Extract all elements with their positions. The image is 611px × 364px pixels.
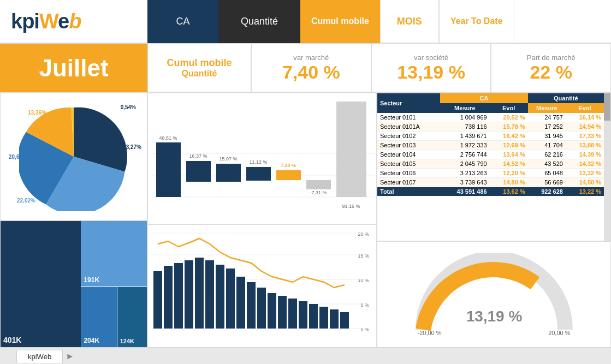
summary-cumul: Cumul mobile Quantité bbox=[147, 44, 251, 92]
part-marche-value: 22 % bbox=[530, 62, 572, 83]
svg-rect-36 bbox=[247, 282, 256, 329]
var-societe-value: 13,19 % bbox=[397, 62, 465, 83]
gauge-max: 20,00 % bbox=[548, 330, 570, 336]
data-table: Secteur CA Quantité Mesure Evol Mesure E… bbox=[377, 93, 604, 196]
th-secteur: Secteur bbox=[377, 93, 440, 113]
summary-month: Juillet bbox=[0, 44, 147, 92]
svg-rect-45 bbox=[340, 312, 349, 329]
svg-rect-39 bbox=[278, 296, 287, 329]
svg-rect-37 bbox=[257, 288, 266, 329]
cumul-title: Cumul mobile bbox=[167, 57, 232, 69]
th-qty-evol: Evol bbox=[566, 103, 604, 113]
scrollbar-track[interactable] bbox=[604, 93, 610, 241]
svg-rect-32 bbox=[205, 260, 214, 329]
table-row: Secteur 0103 1 972 333 12,69 % 41 704 13… bbox=[377, 141, 604, 150]
stat-part-marche: Part de marché 22 % bbox=[491, 44, 611, 92]
svg-rect-3 bbox=[156, 142, 181, 197]
tab-ytd[interactable]: Year To Date bbox=[439, 0, 514, 43]
th-ca-evol: Evol bbox=[490, 103, 528, 113]
svg-rect-28 bbox=[164, 266, 173, 329]
part-marche-label: Part de marché bbox=[527, 53, 576, 62]
svg-rect-30 bbox=[185, 260, 193, 329]
svg-rect-27 bbox=[153, 271, 162, 329]
svg-text:20 %: 20 % bbox=[358, 231, 369, 237]
svg-rect-11 bbox=[276, 170, 301, 180]
treemap-cell-191k: 191K bbox=[84, 276, 99, 284]
table-row: Secteur 0102 1 439 671 16,42 % 31 945 17… bbox=[377, 132, 604, 141]
logo-text: kpiWeb bbox=[11, 10, 81, 33]
svg-text:48,51 %: 48,51 % bbox=[159, 135, 177, 141]
logo: kpiWeb bbox=[0, 4, 147, 39]
sheet-tab-kpiweb[interactable]: kpiWeb bbox=[16, 350, 63, 363]
var-marche-label: var marché bbox=[293, 53, 329, 62]
svg-rect-42 bbox=[309, 304, 318, 329]
svg-text:91,16 %: 91,16 % bbox=[342, 204, 360, 209]
gauge-chart: 13,19 % -20,00 % 20,00 % bbox=[377, 241, 611, 348]
svg-text:11,12 %: 11,12 % bbox=[249, 159, 267, 165]
svg-rect-41 bbox=[299, 301, 307, 329]
svg-text:15 %: 15 % bbox=[358, 253, 369, 259]
table-total-row: Total 43 591 486 13,62 % 922 628 13,22 % bbox=[377, 187, 604, 196]
treemap-cell-124k: 124K bbox=[120, 338, 134, 344]
gauge-min: -20,00 % bbox=[418, 330, 442, 336]
center-column: 48,51 % 16,37 % 15,07 % 11,12 % 7,40 % bbox=[147, 93, 377, 348]
tab-quantite[interactable]: Quantité bbox=[218, 0, 300, 43]
summary-row: Juillet Cumul mobile Quantité var marché… bbox=[0, 44, 611, 93]
treemap-cell-401k: 401K bbox=[3, 336, 21, 344]
svg-rect-43 bbox=[319, 307, 328, 329]
month-label: Juillet bbox=[39, 55, 108, 82]
svg-rect-7 bbox=[216, 164, 241, 182]
charts-area: 0,54% 13,36% 20,65% 22,02% 43,27% 401K 1… bbox=[0, 93, 611, 348]
stat-var-marche: var marché 7,40 % bbox=[251, 44, 371, 92]
svg-rect-29 bbox=[174, 263, 183, 329]
tab-cumul[interactable]: Cumul mobile bbox=[300, 0, 380, 43]
treemap-cell-204k: 204K bbox=[84, 337, 99, 344]
treemap-chart: 401K 191K 204K 124K bbox=[0, 220, 147, 348]
stat-var-societe: var société 13,19 % bbox=[371, 44, 491, 92]
table-row: Secteur 0105 2 045 790 14,52 % 43 520 14… bbox=[377, 159, 604, 169]
svg-rect-44 bbox=[330, 309, 339, 329]
table-row: Secteur 0101 1 004 969 20,52 % 24 757 16… bbox=[377, 113, 604, 122]
data-table-container: Secteur CA Quantité Mesure Evol Mesure E… bbox=[377, 93, 611, 241]
svg-text:7,40 %: 7,40 % bbox=[281, 163, 296, 168]
table-row: Secteur 0106 3 213 263 12,20 % 65 048 13… bbox=[377, 169, 604, 178]
svg-text:13,19 %: 13,19 % bbox=[466, 308, 522, 325]
svg-rect-38 bbox=[268, 293, 276, 329]
svg-rect-34 bbox=[226, 268, 235, 329]
line-chart: 20 % 15 % 10 % 5 % 0 % bbox=[147, 224, 377, 348]
var-marche-value: 7,40 % bbox=[282, 62, 340, 83]
svg-rect-13 bbox=[306, 180, 331, 189]
th-qty-mesure: Mesure bbox=[528, 103, 566, 113]
svg-text:5 %: 5 % bbox=[360, 302, 369, 308]
svg-text:10 %: 10 % bbox=[358, 278, 369, 283]
bottom-tab-bar: kpiWeb ► bbox=[0, 348, 611, 364]
svg-rect-35 bbox=[236, 277, 245, 329]
th-qty: Quantité bbox=[528, 93, 604, 103]
th-ca: CA bbox=[440, 93, 528, 103]
table-row: Secteur 0107 3 739 643 14,80 % 56 669 14… bbox=[377, 178, 604, 187]
svg-text:15,07 %: 15,07 % bbox=[219, 156, 237, 162]
tab-ca[interactable]: CA bbox=[147, 0, 218, 43]
header: kpiWeb CA Quantité Cumul mobile MOIS Yea… bbox=[0, 0, 611, 44]
th-ca-mesure: Mesure bbox=[440, 103, 489, 113]
cumul-sub: Quantité bbox=[182, 69, 217, 79]
table-row: Secteur 0104 2 756 744 13,64 % 62 216 14… bbox=[377, 150, 604, 159]
svg-rect-5 bbox=[186, 161, 211, 182]
scrollbar-thumb[interactable] bbox=[604, 93, 610, 121]
svg-text:0 %: 0 % bbox=[360, 327, 369, 332]
table-row: Secteur 0101A 738 116 15,78 % 17 252 14,… bbox=[377, 122, 604, 132]
nav-bar: CA Quantité Cumul mobile MOIS Year To Da… bbox=[147, 0, 514, 43]
svg-rect-33 bbox=[216, 265, 224, 329]
svg-text:16,37 %: 16,37 % bbox=[189, 153, 207, 159]
svg-rect-15 bbox=[336, 102, 366, 197]
svg-rect-31 bbox=[195, 258, 204, 329]
svg-text:-7,31 %: -7,31 % bbox=[310, 190, 327, 195]
left-column: 0,54% 13,36% 20,65% 22,02% 43,27% 401K 1… bbox=[0, 93, 147, 348]
waterfall-chart: 48,51 % 16,37 % 15,07 % 11,12 % 7,40 % bbox=[147, 93, 377, 224]
tab-mois[interactable]: MOIS bbox=[380, 0, 439, 43]
svg-rect-40 bbox=[288, 299, 297, 329]
svg-rect-9 bbox=[246, 167, 271, 181]
pie-chart: 0,54% 13,36% 20,65% 22,02% 43,27% bbox=[0, 93, 147, 220]
var-societe-label: var société bbox=[414, 53, 448, 62]
arrow-right-icon[interactable]: ► bbox=[66, 351, 74, 361]
